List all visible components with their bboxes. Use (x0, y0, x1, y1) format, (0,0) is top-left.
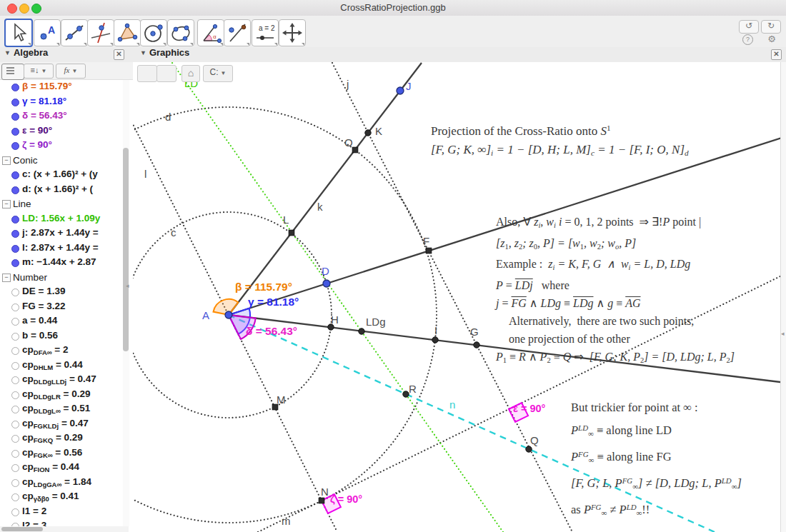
auxiliary-objects-button[interactable] (1, 64, 24, 80)
visibility-marble[interactable] (11, 450, 19, 458)
collapse-icon[interactable]: − (2, 200, 11, 209)
grid-toggle-button[interactable] (156, 65, 176, 82)
graphics-label[interactable]: A (202, 309, 209, 321)
sort-mode-button[interactable]: ≡↓▼ (24, 64, 54, 79)
graphics-label[interactable]: L (283, 214, 289, 226)
graphics-label[interactable]: d (165, 111, 171, 123)
algebra-item[interactable]: cpFGKLDj = 0.47 (0, 417, 120, 432)
algebra-item[interactable]: cpDLDgLLDj = 0.47 (0, 373, 120, 388)
graphics-label[interactable]: ζ = 90° (330, 493, 362, 505)
graphics-label[interactable]: J (406, 80, 412, 92)
graphics-label[interactable]: O (344, 136, 353, 149)
graphics-label[interactable]: M (277, 393, 286, 406)
algebra-item[interactable]: cpFION = 0.44 (0, 461, 120, 476)
graphics-label[interactable]: R (409, 383, 417, 395)
visibility-marble[interactable] (11, 259, 19, 267)
graphics-label[interactable]: ε = 90° (513, 403, 545, 414)
visibility-marble[interactable] (11, 362, 19, 370)
visibility-marble[interactable] (11, 245, 19, 253)
scrollbar-thumb[interactable] (1, 527, 43, 531)
graphics-label[interactable]: I (434, 324, 437, 336)
tool-conic-button[interactable] (167, 19, 194, 46)
algebra-item[interactable]: cpDLDgL∞ = 0.51 (0, 402, 120, 417)
visibility-marble[interactable] (11, 216, 19, 224)
collapse-arrow-icon[interactable]: ◂ (781, 330, 785, 337)
algebra-item[interactable]: γ = 81.18° (0, 95, 120, 110)
algebra-item[interactable]: ζ = 90° (0, 139, 120, 154)
algebra-item[interactable]: cpLDgGA∞ = 1.84 (0, 476, 120, 491)
visibility-marble[interactable] (11, 288, 19, 296)
graphics-label[interactable]: LDg (366, 316, 386, 328)
algebra-item[interactable]: cpDLDgLR = 0.29 (0, 388, 120, 403)
graphics-label[interactable]: n (449, 398, 455, 411)
graphics-label[interactable]: H (331, 313, 339, 326)
collapse-icon[interactable]: − (2, 156, 11, 165)
visibility-marble[interactable] (11, 113, 19, 121)
tool-move-button[interactable] (4, 19, 33, 47)
graphics-label[interactable]: c (171, 226, 176, 239)
algebra-item[interactable]: cpDFA∞ = 2 (0, 343, 120, 358)
graphics-label[interactable]: m (282, 515, 291, 527)
algebra-item[interactable]: cpFGKQ = 0.29 (0, 431, 120, 446)
graphics-label[interactable]: D (322, 265, 329, 277)
algebra-item[interactable]: d: (x + 1.66)² + ( (0, 183, 120, 198)
algebra-item[interactable]: cpDHLM = 0.44 (0, 358, 120, 373)
graphics-label[interactable]: γ = 81.18° (248, 296, 299, 308)
visibility-marble[interactable] (11, 493, 19, 501)
scrollbar-thumb[interactable] (123, 148, 129, 351)
infinity-note[interactable]: But trickier for point at ∞ :PLD∞ ≡ alon… (571, 397, 742, 524)
graphics-panel[interactable]: LDdlcjJKOkLDFAHLDgIGMRnQNmβ = 115.79°γ =… (133, 62, 786, 532)
graphics-label[interactable]: Q (530, 434, 539, 446)
tool-circle-button[interactable] (140, 19, 167, 46)
algebra-item[interactable]: cpFGK∞ = 0.56 (0, 446, 120, 461)
home-button[interactable]: ⌂ (181, 65, 200, 82)
visibility-marble[interactable] (11, 406, 19, 413)
algebra-section-number[interactable]: −Number (0, 271, 120, 286)
graphics-label[interactable]: δ = 56.43° (246, 325, 297, 338)
graphics-label[interactable]: G (470, 326, 479, 338)
visibility-marble[interactable] (11, 303, 19, 311)
algebra-item[interactable]: l1 = 2 (0, 505, 120, 520)
tool-line-button[interactable] (61, 19, 88, 46)
visibility-marble[interactable] (11, 435, 19, 443)
visibility-marble[interactable] (11, 508, 19, 516)
panel-splitter-handle[interactable]: ◂ (126, 282, 129, 289)
visibility-marble[interactable] (11, 464, 19, 472)
algebra-item[interactable]: cpγδβ0 = 0.41 (0, 490, 120, 505)
visibility-marble[interactable] (11, 84, 19, 91)
algebra-close-icon[interactable]: ✕ (114, 49, 124, 60)
tool-angle-button[interactable]: α (197, 19, 224, 46)
graphics-label[interactable]: k (317, 201, 323, 213)
algebra-item[interactable]: l: 2.87x + 1.44y = (0, 241, 120, 256)
fx-display-button[interactable]: fx▼ (56, 64, 86, 79)
visibility-marble[interactable] (11, 318, 19, 326)
graphics-label[interactable]: l (144, 168, 146, 180)
tool-perpendicular-button[interactable] (87, 19, 114, 46)
graphics-label[interactable]: j (347, 78, 349, 90)
algebra-item[interactable]: δ = 56.43° (0, 109, 120, 124)
visibility-marble[interactable] (11, 333, 19, 341)
algebra-section-line[interactable]: −Line (0, 197, 120, 212)
algebra-item[interactable]: a = 0.44 (0, 314, 120, 329)
graphics-label[interactable]: N (321, 486, 329, 498)
point-capturing-dropdown[interactable]: C:▼ (203, 65, 233, 82)
algebra-item[interactable]: l2 = 3 (0, 519, 120, 526)
algebra-item[interactable]: ε = 90° (0, 124, 120, 139)
visibility-marble[interactable] (11, 421, 19, 428)
graphics-label[interactable]: K (375, 125, 382, 137)
tool-reflect-button[interactable] (224, 19, 251, 46)
visibility-marble[interactable] (11, 230, 19, 238)
algebra-item[interactable]: β = 115.79° (0, 80, 120, 95)
projection-title-note[interactable]: Projection of the Cross-Ratio onto S1[F,… (431, 119, 689, 161)
visibility-marble[interactable] (11, 142, 19, 150)
algebra-item[interactable]: DE = 1.39 (0, 285, 120, 300)
axes-toggle-button[interactable] (137, 65, 157, 82)
algebra-item[interactable]: j: 2.87x + 1.44y = (0, 226, 120, 241)
algebra-item[interactable]: c: (x + 1.66)² + (y (0, 168, 120, 183)
algebra-item[interactable]: LD: 1.56x + 1.09y (0, 212, 120, 227)
graphics-close-icon[interactable]: ✕ (771, 49, 782, 60)
visibility-marble[interactable] (11, 99, 19, 106)
algebra-item[interactable]: FG = 3.22 (0, 300, 120, 315)
visibility-marble[interactable] (11, 171, 19, 179)
undo-button[interactable]: ↺ (739, 20, 759, 34)
